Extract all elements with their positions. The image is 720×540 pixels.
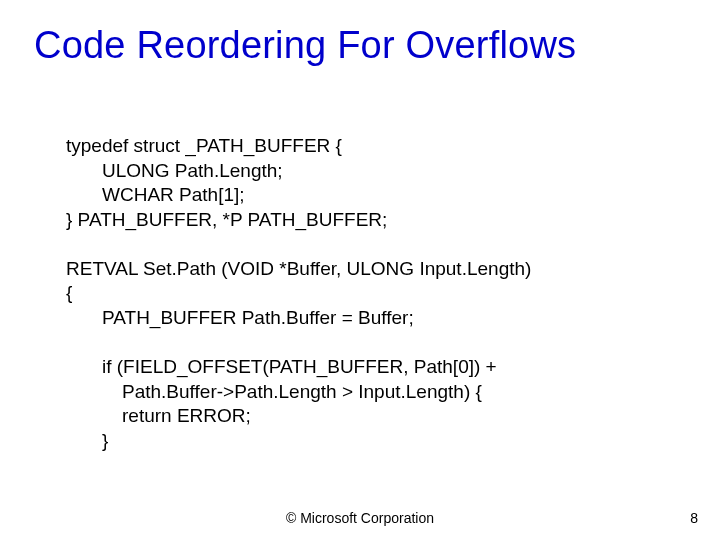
code-line: } PATH_BUFFER, *P PATH_BUFFER;: [66, 208, 531, 233]
code-line: if (FIELD_OFFSET(PATH_BUFFER, Path[0]) +: [66, 355, 531, 380]
code-line: }: [66, 429, 531, 454]
code-line: WCHAR Path[1];: [66, 183, 531, 208]
code-line: {: [66, 281, 531, 306]
code-block: typedef struct _PATH_BUFFER { ULONG Path…: [66, 134, 531, 454]
code-line: return ERROR;: [66, 404, 531, 429]
slide-title: Code Reordering For Overflows: [0, 0, 720, 67]
code-line: Path.Buffer->Path.Length > Input.Length)…: [66, 380, 531, 405]
page-number: 8: [690, 510, 698, 526]
code-line: typedef struct _PATH_BUFFER {: [66, 134, 531, 159]
slide: Code Reordering For Overflows typedef st…: [0, 0, 720, 540]
code-line: RETVAL Set.Path (VOID *Buffer, ULONG Inp…: [66, 257, 531, 282]
blank-line: [66, 331, 531, 355]
blank-line: [66, 233, 531, 257]
footer-copyright: © Microsoft Corporation: [0, 510, 720, 526]
code-line: PATH_BUFFER Path.Buffer = Buffer;: [66, 306, 531, 331]
code-line: ULONG Path.Length;: [66, 159, 531, 184]
